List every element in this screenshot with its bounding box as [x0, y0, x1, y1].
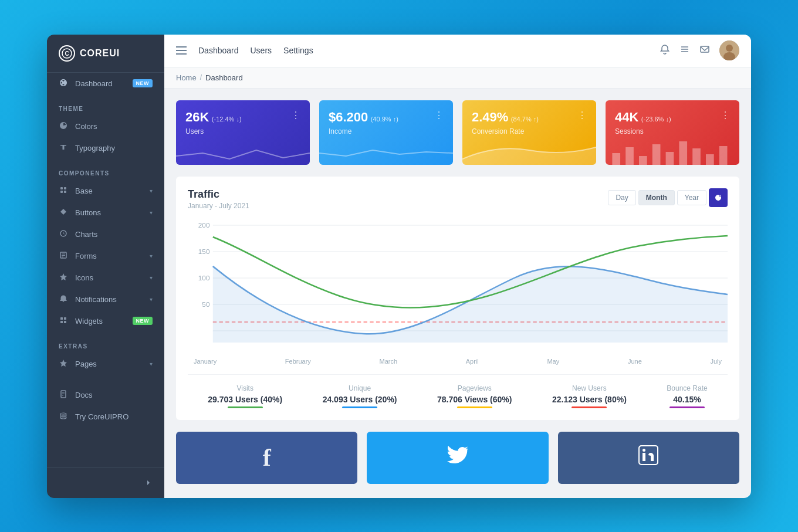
svg-rect-27	[701, 46, 709, 52]
topnav-links: Dashboard Users Settings	[198, 43, 313, 57]
sidebar-item-widgets[interactable]: Widgets NEW	[47, 310, 164, 332]
topnav-dashboard-link[interactable]: Dashboard	[198, 43, 239, 57]
x-label-jun: June	[628, 358, 642, 365]
social-card-linkedin[interactable]	[558, 432, 739, 484]
dashboard-icon	[59, 79, 68, 89]
stat-chart-income	[319, 135, 453, 165]
sidebar-item-typography[interactable]: Typography	[47, 137, 164, 159]
stat-value-sessions: 44K	[615, 110, 638, 124]
traffic-stat-unique-bar	[342, 406, 377, 408]
sidebar-item-colors[interactable]: Colors	[47, 116, 164, 137]
svg-point-29	[726, 45, 733, 52]
x-label-feb: February	[285, 358, 311, 365]
traffic-title-group: Traffic January - July 2021	[188, 188, 249, 210]
sidebar-dashboard-label: Dashboard	[75, 79, 126, 88]
svg-rect-33	[639, 156, 647, 165]
base-chevron-icon: ▾	[150, 188, 153, 194]
avatar[interactable]	[719, 40, 739, 60]
sidebar-pages-label: Pages	[75, 360, 143, 368]
svg-rect-12	[60, 317, 63, 320]
hamburger-button[interactable]	[176, 46, 187, 55]
time-btn-month[interactable]: Month	[638, 190, 675, 205]
sidebar-base-label: Base	[75, 187, 143, 195]
extras-section: EXTRAS	[47, 332, 164, 353]
traffic-stat-pageviews: Pageviews 78.706 Views (60%)	[437, 384, 512, 408]
sidebar-buttons-label: Buttons	[75, 208, 143, 217]
stat-menu-sessions[interactable]: ⋮	[721, 110, 730, 121]
social-card-twitter[interactable]	[367, 432, 548, 484]
stat-value-users: 26K	[185, 110, 209, 124]
stat-card-header-income: $6.200 (40.9% ↑) ⋮	[329, 110, 444, 125]
icons-chevron-icon: ▾	[150, 275, 153, 281]
svg-text:50: 50	[202, 301, 209, 308]
sidebar-item-dashboard[interactable]: Dashboard NEW	[47, 73, 164, 94]
sidebar-item-base[interactable]: Base ▾	[47, 180, 164, 202]
sidebar-item-forms[interactable]: Forms ▾	[47, 245, 164, 267]
chart-refresh-button[interactable]	[709, 188, 728, 207]
x-label-jan: January	[194, 358, 217, 365]
svg-text:200: 200	[198, 222, 210, 229]
traffic-header: Traffic January - July 2021 Day Month Ye…	[188, 188, 728, 210]
envelope-icon[interactable]	[699, 44, 710, 57]
stat-card-income: $6.200 (40.9% ↑) ⋮ Income	[319, 100, 453, 165]
sidebar-item-pages[interactable]: Pages ▾	[47, 353, 164, 375]
collapse-sidebar-button[interactable]	[59, 473, 153, 492]
time-btn-year[interactable]: Year	[677, 190, 706, 205]
breadcrumb: Home / Dashboard	[164, 67, 751, 89]
traffic-stat-unique-label: Unique	[323, 384, 397, 392]
stat-chart-users	[176, 135, 310, 165]
stat-menu-conversion[interactable]: ⋮	[577, 110, 587, 121]
sidebar-item-docs[interactable]: Docs	[47, 384, 164, 406]
sidebar-item-buttons[interactable]: Buttons ▾	[47, 202, 164, 223]
dashboard-badge: NEW	[133, 79, 153, 87]
sidebar-notifications-label: Notifications	[75, 295, 143, 304]
svg-point-23	[60, 413, 66, 415]
traffic-stat-newusers-bar	[572, 406, 607, 408]
sidebar: C COREUI Dashboard NEW THEME	[47, 35, 164, 498]
traffic-stat-pageviews-value: 78.706 Views (60%)	[437, 395, 512, 404]
svg-rect-14	[60, 321, 63, 323]
theme-section: THEME	[47, 94, 164, 116]
traffic-card: Traffic January - July 2021 Day Month Ye…	[176, 177, 739, 420]
topnav-settings-link[interactable]: Settings	[283, 43, 313, 57]
notifications-chevron-icon: ▾	[150, 296, 153, 303]
traffic-stat-visits: Visits 29.703 Users (40%)	[208, 384, 282, 408]
sidebar-item-icons[interactable]: Icons ▾	[47, 267, 164, 289]
sidebar-item-charts[interactable]: Charts	[47, 223, 164, 245]
stat-label-users: Users	[185, 127, 300, 135]
stat-chart-sessions	[606, 135, 739, 165]
stat-menu-users[interactable]: ⋮	[291, 110, 300, 121]
breadcrumb-current: Dashboard	[205, 73, 243, 82]
widgets-icon	[59, 316, 68, 326]
topnav: Dashboard Users Settings	[164, 35, 751, 67]
sidebar-charts-label: Charts	[75, 230, 153, 239]
traffic-stat-bounce-bar	[669, 406, 705, 408]
traffic-stat-visits-value: 29.703 Users (40%)	[208, 395, 282, 404]
sidebar-item-notifications[interactable]: Notifications ▾	[47, 289, 164, 310]
svg-text:150: 150	[198, 248, 210, 255]
bell-icon[interactable]	[660, 44, 670, 57]
sidebar-item-try[interactable]: Try CoreUIPRO	[47, 406, 164, 428]
stat-menu-income[interactable]: ⋮	[434, 110, 444, 121]
social-card-facebook[interactable]: f	[176, 432, 357, 484]
stat-card-header-sessions: 44K (-23.6% ↓) ⋮	[615, 110, 730, 125]
hamburger-line2	[176, 50, 187, 51]
traffic-chart-container: 200 150 100 50	[188, 219, 728, 348]
topnav-users-link[interactable]: Users	[251, 43, 272, 57]
stat-card-conversion: 2.49% (84.7% ↑) ⋮ Conversion Rate	[462, 100, 596, 165]
hamburger-line1	[176, 46, 187, 48]
traffic-stats: Visits 29.703 Users (40%) Unique 24.093 …	[188, 374, 728, 408]
time-btn-day[interactable]: Day	[608, 190, 635, 205]
list-icon[interactable]	[679, 44, 690, 57]
breadcrumb-home[interactable]: Home	[176, 73, 197, 82]
twitter-icon	[446, 443, 469, 472]
components-section-label: COMPONENTS	[59, 170, 110, 177]
svg-rect-37	[692, 148, 701, 165]
traffic-controls: Day Month Year	[608, 188, 728, 207]
theme-section-label: THEME	[59, 106, 84, 112]
chart-x-labels: January February March April May June Ju…	[188, 358, 728, 365]
svg-text:100: 100	[198, 275, 210, 282]
docs-icon	[59, 390, 68, 400]
topnav-right	[660, 40, 739, 60]
main-content: Dashboard Users Settings	[164, 35, 751, 498]
